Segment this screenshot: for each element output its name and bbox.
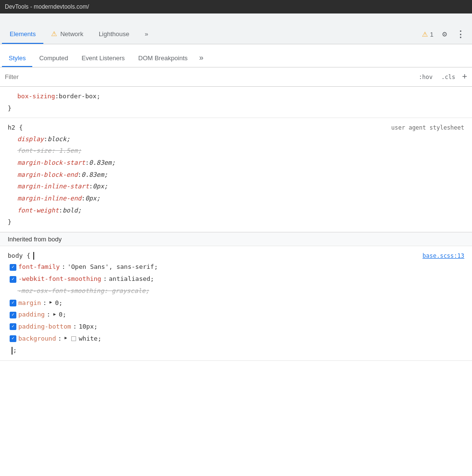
body-selector: body { <box>8 250 34 261</box>
prop-name-margin-block-start: margin-block-start <box>17 157 85 169</box>
prop-value-webkit-smoothing: antialiased; <box>109 273 154 285</box>
prop-name-padding: padding <box>18 309 45 321</box>
prop-webkit-smoothing-line: -webkit-font-smoothing : antialiased; <box>8 273 464 285</box>
tab-elements[interactable]: Elements <box>2 25 43 44</box>
background-triangle-icon[interactable]: ▶ <box>65 334 67 343</box>
sub-tab-dom-breakpoints[interactable]: DOM Breakpoints <box>131 50 195 67</box>
prop-margin-inline-start: margin-inline-start : 0px; <box>8 181 464 193</box>
prop-name-padding-bottom: padding-bottom <box>18 321 71 333</box>
sub-tab-computed[interactable]: Computed <box>32 50 75 67</box>
sub-tabs-bar: Styles Computed Event Listeners DOM Brea… <box>0 44 472 67</box>
prop-font-family-line: font-family : 'Open Sans', sans-serif; <box>8 261 464 273</box>
prop-font-size-strikethrough: font-size: 1.5em; <box>17 145 81 157</box>
tab-network-label: Network <box>60 30 83 38</box>
warning-badge[interactable]: ⚠ 1 <box>422 30 433 38</box>
sub-tab-more[interactable]: » <box>195 50 209 67</box>
tab-lighthouse[interactable]: Lighthouse <box>91 25 137 44</box>
background-checkbox[interactable] <box>10 335 16 342</box>
prop-name-background: background <box>18 333 56 345</box>
prop-value-font-weight: bold; <box>63 205 81 217</box>
sub-tab-event-listeners-label: Event Listeners <box>81 54 125 62</box>
prop-name-box-sizing: box-sizing <box>17 91 55 103</box>
sub-tab-styles-label: Styles <box>9 54 26 62</box>
color-swatch-background[interactable] <box>71 336 76 341</box>
hov-button[interactable]: :hov <box>417 73 434 81</box>
warning-icon: ⚠ <box>422 30 428 38</box>
base-scss-link[interactable]: base.scss:13 <box>422 251 464 262</box>
prop-value-box-sizing: border-box; <box>59 91 100 103</box>
prop-margin-block-end: margin-block-end : 0.83em; <box>8 169 464 181</box>
tab-lighthouse-label: Lighthouse <box>99 30 130 38</box>
padding-bottom-checkbox[interactable] <box>10 323 16 330</box>
prop-value-margin-inline-start: 0px; <box>93 181 108 193</box>
prop-value-margin-block-end: 0.83em; <box>81 169 108 181</box>
prop-name-margin: margin <box>18 297 41 309</box>
close-brace-1: } <box>8 103 464 114</box>
more-tabs-icon: » <box>145 30 148 38</box>
filter-input[interactable] <box>5 73 417 80</box>
tab-elements-label: Elements <box>10 30 36 38</box>
tab-network[interactable]: ⚠ Network <box>43 25 91 44</box>
more-options-button[interactable]: ⋮ <box>456 27 465 41</box>
cls-button[interactable]: .cls <box>439 73 457 81</box>
add-style-button[interactable]: + <box>462 73 467 81</box>
prop-moz-smoothing-line: -moz-osx-font-smoothing: grayscale; <box>8 285 464 297</box>
webkit-smoothing-checkbox[interactable] <box>10 276 16 283</box>
box-sizing-section: box-sizing : border-box; } <box>0 87 472 118</box>
inherited-from-label: Inherited from body <box>8 236 62 243</box>
prop-name-webkit-smoothing: -webkit-font-smoothing <box>18 273 101 285</box>
prop-margin-line: margin : ▶ 0; <box>8 297 464 309</box>
sub-tab-styles[interactable]: Styles <box>2 50 32 67</box>
prop-name-margin-block-end: margin-block-end <box>17 169 78 181</box>
user-agent-label: user agent stylesheet <box>391 123 464 133</box>
prop-display: display : block; <box>8 133 464 145</box>
prop-value-padding: 0; <box>59 309 66 321</box>
prop-margin-inline-end: margin-inline-end : 0px; <box>8 193 464 205</box>
inherited-from-body: Inherited from body <box>0 232 472 246</box>
title-text: DevTools - moderndevtools.com/ <box>5 3 89 10</box>
font-family-checkbox[interactable] <box>10 264 16 271</box>
h2-section-header: h2 { user agent stylesheet <box>8 122 464 133</box>
h2-selector: h2 { <box>8 122 23 133</box>
padding-triangle-icon[interactable]: ▶ <box>53 311 56 319</box>
title-bar: DevTools - moderndevtools.com/ <box>0 0 472 13</box>
filter-bar: :hov .cls + <box>0 67 472 87</box>
tab-more[interactable]: » <box>137 25 156 44</box>
prop-name-margin-inline-start: margin-inline-start <box>17 181 89 193</box>
prop-value-padding-bottom: 10px; <box>79 321 97 333</box>
h2-section: h2 { user agent stylesheet display : blo… <box>0 118 472 232</box>
network-warning-icon: ⚠ <box>51 30 57 38</box>
cursor-line[interactable]: ; <box>8 344 464 357</box>
prop-margin-block-start: margin-block-start : 0.83em; <box>8 157 464 169</box>
margin-triangle-icon[interactable]: ▶ <box>50 299 52 307</box>
prop-value-background: white; <box>79 333 102 345</box>
prop-background-line: background : ▶ white; <box>8 333 464 345</box>
styles-content: box-sizing : border-box; } h2 { user age… <box>0 87 472 476</box>
prop-padding-bottom-line: padding-bottom : 10px; <box>8 321 464 333</box>
prop-name-font-weight: font-weight <box>17 205 59 217</box>
prop-value-display: block; <box>48 133 70 145</box>
settings-button[interactable]: ⚙ <box>437 27 452 41</box>
padding-checkbox[interactable] <box>10 312 16 318</box>
prop-box-sizing: box-sizing : border-box; <box>8 91 464 103</box>
text-cursor-icon <box>33 252 34 260</box>
filter-buttons: :hov .cls + <box>417 73 467 81</box>
top-tabs-bar: Elements ⚠ Network Lighthouse » ⚠ 1 ⚙ ⋮ <box>0 13 472 44</box>
prop-name-display: display <box>17 133 44 145</box>
margin-checkbox[interactable] <box>10 300 16 306</box>
prop-value-font-family: 'Open Sans', sans-serif; <box>67 261 158 273</box>
sub-tab-event-listeners[interactable]: Event Listeners <box>75 50 131 67</box>
prop-padding-line: padding : ▶ 0; <box>8 309 464 321</box>
prop-value-margin-block-start: 0.83em; <box>89 157 116 169</box>
prop-font-weight: font-weight : bold; <box>8 205 464 217</box>
warning-count: 1 <box>430 31 433 38</box>
cursor-bar <box>12 347 13 355</box>
sub-tab-computed-label: Computed <box>39 54 68 62</box>
prop-name-font-family: font-family <box>18 261 60 273</box>
body-section: body { base.scss:13 font-family : 'Open … <box>0 246 472 361</box>
body-section-header: body { base.scss:13 <box>8 250 464 262</box>
cursor-semicolon: ; <box>13 344 17 357</box>
prop-name-margin-inline-end: margin-inline-end <box>17 193 81 205</box>
prop-moz-smoothing-strikethrough: -moz-osx-font-smoothing: grayscale; <box>17 285 149 297</box>
prop-value-margin-inline-end: 0px; <box>85 193 100 205</box>
